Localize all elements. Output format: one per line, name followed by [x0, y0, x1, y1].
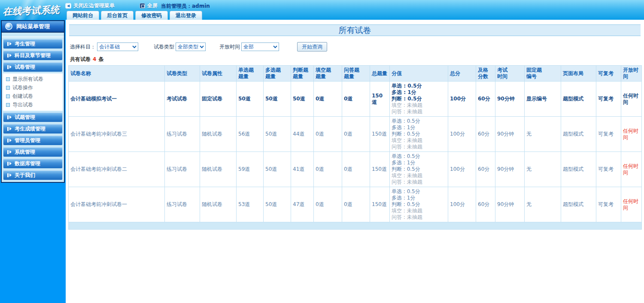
- cell-name: 会计基础考前冲刺试卷一: [69, 187, 165, 222]
- cell-fixed-no: 无: [525, 117, 561, 152]
- paper-count-suffix: 条: [98, 56, 103, 62]
- cell-q-fill: 0道: [314, 152, 342, 187]
- sidebar-group-score-management[interactable]: 考生成绩管理: [3, 124, 63, 134]
- cell-name: 会计基础模拟考试一: [69, 82, 165, 117]
- column-header: 总分: [448, 66, 476, 82]
- column-header: 判断题题量: [291, 66, 314, 82]
- sidebar-item-create-paper[interactable]: 创建试卷: [3, 92, 63, 100]
- fullscreen-button[interactable]: 全屏: [140, 2, 158, 9]
- cell-type: 练习试卷: [165, 187, 200, 222]
- expand-arrow-icon: [7, 115, 12, 119]
- cell-q-judge: 47道: [291, 187, 314, 222]
- start-query-button[interactable]: 开始查询: [297, 42, 327, 52]
- table-row: 会计基础考前冲刺试卷二练习试卷随机试卷59道50道41道0道0道150道单选 :…: [69, 152, 642, 187]
- table-footer-row: [69, 222, 642, 230]
- cell-q-judge: 41道: [291, 152, 314, 187]
- cell-score-total: 100分: [448, 117, 476, 152]
- score-line: 单选 : 0.5分: [392, 83, 446, 89]
- sidebar-group-label: 系统管理: [15, 148, 35, 156]
- cell-q-total: 150道: [370, 117, 390, 152]
- fullscreen-icon: [140, 3, 145, 9]
- cell-scores: 单选 : 0.5分多选 : 1分判断 : 0.5分填空 : 未抽题问答 : 未抽…: [390, 117, 448, 152]
- cell-type: 考试试卷: [165, 82, 200, 117]
- sidebar-item-label: 显示所有试卷: [12, 76, 43, 83]
- score-line: 单选 : 0.5分: [392, 118, 446, 124]
- list-square-icon: [6, 103, 10, 107]
- tab-site-front[interactable]: 网站前台: [67, 11, 99, 20]
- sidebar-item-paper-operation[interactable]: 试卷操作: [3, 83, 63, 92]
- paper-count-row: 共有试卷4条: [70, 56, 644, 63]
- cell-score-pass: 60分: [476, 187, 495, 222]
- cell-q-single: 53道: [237, 187, 264, 222]
- score-line: 多选 : 1分: [392, 89, 446, 96]
- filter-bar: 选择科目： 会计基础 试卷类型 全部类型 开放时间 全部 开始查询: [70, 42, 644, 52]
- table-row: 会计基础考前冲刺试卷一练习试卷随机试卷53道50道47道0道0道150道单选 :…: [69, 187, 642, 222]
- sidebar-group-database-management[interactable]: 数据库管理: [3, 158, 63, 169]
- paper-count-prefix: 共有试卷: [70, 56, 91, 62]
- sidebar-group-paper-management[interactable]: 试卷管理: [3, 62, 63, 72]
- score-line: 问答 : 未抽题: [392, 109, 446, 115]
- sidebar-item-export-paper[interactable]: 导出试卷: [3, 100, 63, 109]
- cell-q-fill: 0道: [314, 187, 342, 222]
- cell-fixed-no: 无: [525, 152, 561, 187]
- cell-q-single: 59道: [237, 152, 264, 187]
- cell-attr: 随机试卷: [200, 187, 237, 222]
- subject-select[interactable]: 会计基础: [97, 42, 138, 51]
- paper-type-select[interactable]: 全部类型: [176, 42, 206, 51]
- cell-name: 会计基础考前冲刺试卷二: [69, 152, 165, 187]
- cell-page-layout: 题型模式: [561, 117, 596, 152]
- open-time-select[interactable]: 全部: [241, 42, 279, 51]
- sidebar-menu: 考生管理科目及章节管理试卷管理显示所有试卷试卷操作创建试卷导出试卷试题管理考生成…: [2, 39, 64, 180]
- cell-q-total: 150道: [370, 152, 390, 187]
- sidebar: 网站菜单管理 考生管理科目及章节管理试卷管理显示所有试卷试卷操作创建试卷导出试卷…: [0, 20, 66, 303]
- tab-change-password[interactable]: 修改密码: [135, 11, 168, 20]
- cell-scores: 单选 : 0.5分多选 : 1分判断 : 0.5分填空 : 未抽题问答 : 未抽…: [390, 82, 448, 117]
- sidebar-group-label: 试题管理: [15, 114, 35, 121]
- score-line: 填空 : 未抽题: [392, 137, 446, 144]
- tab-logout[interactable]: 退出登录: [170, 11, 202, 20]
- cell-score-pass: 60分: [476, 152, 495, 187]
- sidebar-group-question-management[interactable]: 试题管理: [3, 112, 63, 122]
- papers-table: 试卷名称试卷类型试卷属性单选题题量多选题题量判断题题量填空题题量问答题题量总题量…: [68, 65, 642, 230]
- score-line: 判断 : 0.5分: [392, 131, 446, 137]
- column-header: 考试时间: [495, 66, 525, 82]
- open-time-filter-label: 开放时间: [219, 43, 240, 51]
- column-header: 填空题题量: [314, 66, 342, 82]
- close-left-menu-button[interactable]: ◀ 关闭左边管理菜单: [65, 2, 115, 9]
- sidebar-group-admin-management[interactable]: 管理员管理: [3, 135, 63, 145]
- sidebar-group-about-us[interactable]: 关于我们: [3, 170, 63, 180]
- sidebar-group-label: 科目及章节管理: [15, 52, 51, 59]
- top-controls: ◀ 关闭左边管理菜单 全屏: [65, 2, 158, 9]
- expand-arrow-icon: [7, 162, 12, 166]
- column-header: 多选题题量: [264, 66, 291, 82]
- sidebar-item-show-all-papers[interactable]: 显示所有试卷: [3, 75, 63, 83]
- score-line: 单选 : 0.5分: [392, 153, 446, 160]
- list-square-icon: [6, 86, 10, 90]
- papers-table-head-row: 试卷名称试卷类型试卷属性单选题题量多选题题量判断题题量填空题题量问答题题量总题量…: [69, 66, 642, 82]
- tab-admin-home[interactable]: 后台首页: [101, 11, 134, 20]
- sidebar-submenu: 显示所有试卷试卷操作创建试卷导出试卷: [3, 73, 63, 111]
- sidebar-group-examinee-management[interactable]: 考生管理: [3, 39, 63, 49]
- app-logo-text: 在线考试系统: [0, 0, 66, 18]
- cell-fixed-no: 无: [525, 187, 561, 222]
- sphere-icon: [5, 23, 12, 30]
- cell-score-total: 100分: [448, 82, 476, 117]
- cell-q-qa: 0道: [342, 117, 370, 152]
- column-header: 试卷属性: [200, 66, 237, 82]
- expand-arrow-icon: [7, 139, 12, 142]
- cell-retake: 可复考: [596, 152, 621, 187]
- column-header: 及格分数: [476, 66, 495, 82]
- close-left-menu-label: 关闭左边管理菜单: [73, 2, 115, 9]
- fullscreen-label: 全屏: [147, 2, 158, 9]
- cell-duration: 90分钟: [495, 187, 525, 222]
- sidebar-group-system-management[interactable]: 系统管理: [3, 147, 63, 157]
- sidebar-group-subject-chapter-management[interactable]: 科目及章节管理: [3, 50, 63, 61]
- column-header: 固定题编号: [525, 66, 561, 82]
- cell-attr: 随机试卷: [200, 117, 237, 152]
- cell-score-total: 100分: [448, 152, 476, 187]
- sidebar-group-label: 考生成绩管理: [15, 125, 46, 133]
- papers-table-body: 会计基础模拟考试一考试试卷固定试卷50道50道50道0道0道150道单选 : 0…: [69, 82, 642, 222]
- column-header: 开放时间: [621, 66, 642, 82]
- page-title: 所有试卷: [69, 24, 641, 36]
- score-line: 多选 : 1分: [392, 160, 446, 166]
